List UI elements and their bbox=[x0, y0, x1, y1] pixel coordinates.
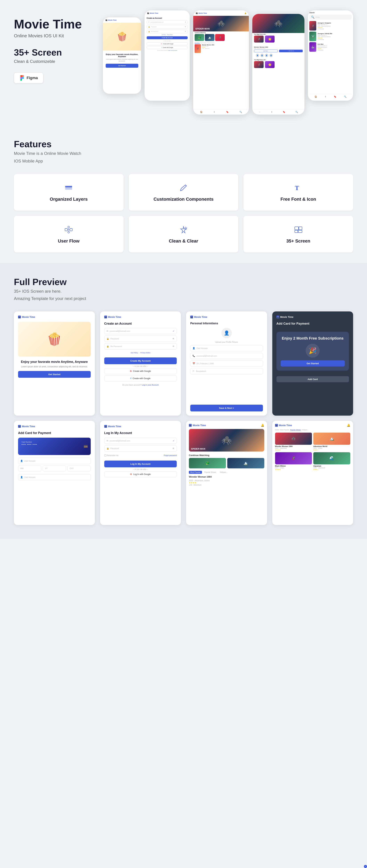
cw-card-2[interactable]: 🏔️ bbox=[205, 34, 215, 41]
trailer-btn[interactable]: ▶ Trailer bbox=[254, 50, 278, 52]
result-cat-1: 2021 · Adventure/Action bbox=[318, 26, 331, 27]
nav-back-icon[interactable]: ← bbox=[259, 111, 261, 113]
nav-srch-icon[interactable]: 🔍 bbox=[295, 111, 298, 113]
related-3[interactable]: 🦸 bbox=[254, 61, 263, 68]
nm-views: 1.5k · Adventure bbox=[202, 48, 214, 49]
pv-tile-2[interactable]: 🏔️ bbox=[313, 433, 350, 445]
password-field[interactable]: 🔒 Password 👁 bbox=[147, 25, 188, 29]
pv-create-btn[interactable]: Create My Account bbox=[104, 358, 177, 364]
pv-ptab-popular[interactable]: Most Popular bbox=[280, 429, 289, 431]
pv-logo-text-6: Movie Time bbox=[108, 425, 121, 428]
pv-sub-add-card: Add Card for Payment bbox=[277, 322, 349, 326]
pv-get-started-btn[interactable]: Get Started bbox=[18, 371, 91, 378]
pv-save-next-btn[interactable]: Save & Next > bbox=[190, 405, 263, 411]
figma-badge[interactable]: Figma bbox=[14, 72, 43, 83]
search-nav-home[interactable]: 🏠 bbox=[314, 95, 317, 98]
pv-tile-3[interactable]: 🦸‍♀️ bbox=[275, 452, 312, 464]
search-nav-search[interactable]: 🔍 bbox=[344, 95, 346, 98]
tab-popular-shows[interactable]: Popular Shows bbox=[207, 42, 214, 43]
pv-name-field[interactable]: 👤 Zaid Hossain bbox=[190, 345, 263, 351]
related-1[interactable]: 🦸 bbox=[254, 36, 263, 42]
cw-card-3[interactable]: 🦸 bbox=[215, 34, 225, 41]
result-stars-2: ★★★★ bbox=[318, 37, 332, 39]
pv-nm-views-2: 1.5k · Adventure bbox=[189, 484, 264, 486]
pv-country-text: Bangladesh bbox=[196, 370, 261, 372]
pv-tab-holly[interactable]: Hollywo... bbox=[219, 471, 229, 474]
pv-cw-2[interactable]: 🏔️ bbox=[227, 458, 264, 468]
pv-country-field[interactable]: 🏳 Bangladesh bbox=[190, 368, 263, 374]
pv-tab-popular[interactable]: Most Popular bbox=[189, 471, 202, 474]
pv-promo-btn[interactable]: Get Started bbox=[281, 361, 345, 367]
svg-rect-8 bbox=[295, 227, 299, 230]
pv-ptab-holly[interactable]: Hollywo... bbox=[302, 429, 309, 431]
tab-new-movie[interactable]: New Movie bbox=[195, 42, 200, 43]
movie-banner: 🕷️ bbox=[252, 14, 305, 33]
pv-tile-4-stars: ★★★☆ bbox=[313, 469, 350, 470]
pv-exp-year[interactable]: YY bbox=[43, 465, 66, 471]
pv-tile-4[interactable]: 🌊 bbox=[313, 452, 350, 464]
nav-home-icon[interactable]: 🏠 bbox=[200, 111, 203, 113]
confirm-field[interactable]: 🔒 Re-Password 👁 bbox=[147, 30, 188, 33]
pv-name-on-card[interactable]: 👤 Zaid Hossain bbox=[18, 474, 91, 480]
features-section: Features Movie Time is a Online Movie Wa… bbox=[0, 128, 367, 263]
pv-email-field[interactable]: ✉ youremail@hotmail.com ✓ bbox=[104, 328, 177, 334]
preview-payment-card: 🎬 Movie Time Add Card for Payment Card N… bbox=[14, 421, 95, 525]
nav-download-icon[interactable]: ⬇ bbox=[214, 111, 215, 113]
result-title-2: Avengers: Infinity War bbox=[318, 33, 332, 34]
pv-forgot-link[interactable]: Forgot password bbox=[164, 455, 177, 456]
pv-exp-month[interactable]: MM bbox=[18, 465, 41, 471]
google-btn[interactable]: G Create with Google bbox=[147, 42, 188, 45]
search-result-2[interactable]: ⚔️ Avengers: Infinity War Brian Summer ⓘ… bbox=[309, 32, 352, 41]
splash-title: Enjoy your favorate movie Anytime, Anywa… bbox=[106, 53, 138, 58]
pv-cardholder-field[interactable]: 👤 Zaid Hossain bbox=[18, 458, 91, 464]
email-field[interactable]: ✉ youremail@hotmail.com ✓ bbox=[147, 20, 188, 24]
pv-google-icon: G bbox=[130, 370, 132, 372]
search-nav-dl[interactable]: ⬇ bbox=[324, 95, 326, 98]
pv-dob-field[interactable]: 📅 28 | February | 1990 bbox=[190, 361, 263, 367]
pv-cardholder-text: Zaid Hossain bbox=[24, 460, 88, 462]
svg-rect-11 bbox=[298, 230, 302, 232]
login-link[interactable]: Do you have account? Log in your Account bbox=[145, 50, 190, 51]
pv-add-card-btn[interactable]: Add Card bbox=[277, 376, 349, 382]
pv-ptab-mode[interactable]: Mode bbox=[275, 429, 279, 431]
pv-login-email[interactable]: ✉ youremail@hotmail.com ✓ bbox=[104, 438, 177, 444]
pv-login-pass[interactable]: 🔒 Password 👁 bbox=[104, 445, 177, 452]
pv-phone-field[interactable]: 📞 youremail@hotmail.com bbox=[190, 353, 263, 359]
pv-checkbox[interactable] bbox=[104, 454, 106, 456]
feature-35-screen: 35+ Screen bbox=[244, 216, 353, 252]
hero-title: Movie Time bbox=[14, 18, 103, 31]
related-2[interactable]: 🌟 bbox=[265, 36, 275, 42]
nav-dl-icon[interactable]: ⬇ bbox=[271, 111, 273, 113]
search-nav-bm[interactable]: 🔖 bbox=[334, 95, 336, 98]
pv-login-link[interactable]: Do you have account? Log in your Account bbox=[104, 384, 177, 386]
pv-facebook-icon: f bbox=[131, 377, 131, 380]
pv-facebook-social[interactable]: f Create with Google bbox=[104, 375, 177, 381]
result-sub-2: Brian Summer ⓘ bbox=[318, 34, 332, 36]
create-account-button[interactable]: Create My Account bbox=[147, 36, 188, 39]
pv-login-google[interactable]: G Log In with Google bbox=[104, 471, 177, 477]
pv-ptab-shows[interactable]: Popular Shows bbox=[290, 429, 301, 431]
pv-confirm-field[interactable]: 🔒 Re-Password 👁 bbox=[104, 343, 177, 349]
pv-google-social[interactable]: G Create with Google bbox=[104, 368, 177, 374]
nav-bm-icon[interactable]: 🔖 bbox=[283, 111, 285, 113]
search-result-1[interactable]: 🦸 Avengers: Endgame Brian Summer ⓘ 2021 … bbox=[309, 21, 352, 31]
pv-remember[interactable]: Remember me bbox=[104, 454, 118, 456]
nav-search-icon[interactable]: 🔍 bbox=[239, 111, 242, 113]
pv-cw-1[interactable]: 🐲 bbox=[189, 458, 226, 468]
pv-pass-field[interactable]: 🔒 Password 👁 bbox=[104, 336, 177, 342]
tab-most-popular[interactable]: Most Popular bbox=[200, 42, 207, 43]
nav-bookmark-icon[interactable]: 🔖 bbox=[226, 111, 229, 113]
get-started-button[interactable]: Get Started bbox=[106, 64, 138, 68]
related-4[interactable]: 🌟 bbox=[265, 61, 275, 68]
cw-card-1[interactable]: 🐲 bbox=[195, 34, 204, 41]
pv-cvv[interactable]: CVV bbox=[67, 465, 91, 471]
pv-profile-upload[interactable]: 👤 + bbox=[221, 328, 232, 338]
pv-login-btn[interactable]: Log In My Account bbox=[104, 461, 177, 467]
pv-tile-1[interactable]: 🕷️ bbox=[275, 433, 312, 445]
search-result-3[interactable]: 🦾 Iron Man Brian Summer ⓘ Adventure/Acti… bbox=[309, 42, 352, 52]
search-bar[interactable]: 🔍 Aveng bbox=[309, 14, 352, 20]
facebook-btn[interactable]: f Create with Google bbox=[147, 46, 188, 49]
add-list-btn[interactable]: + Add My List bbox=[279, 50, 303, 52]
pv-tile-4-sub: 2020 · Adventure bbox=[313, 467, 350, 469]
pv-tab-shows[interactable]: Popular Shows bbox=[203, 471, 217, 474]
